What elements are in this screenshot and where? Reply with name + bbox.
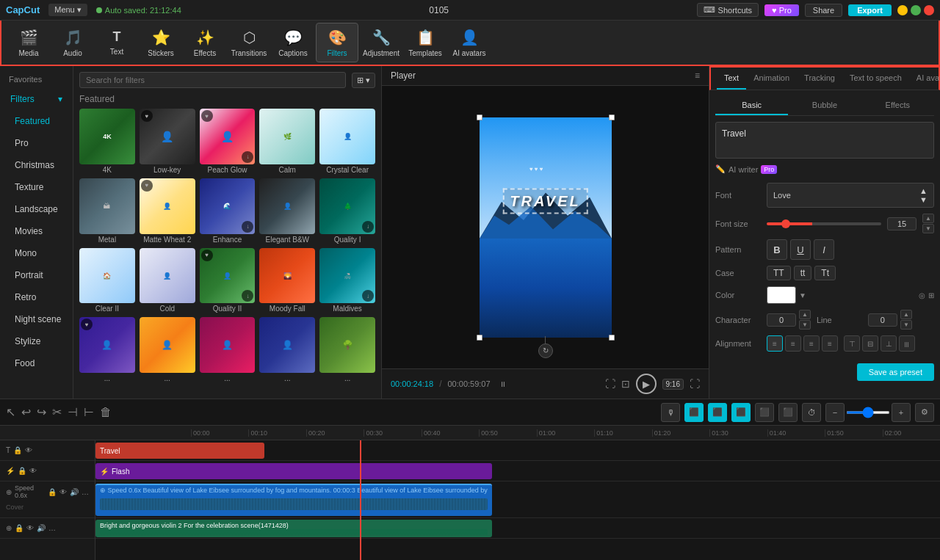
- sub-tab-bubble[interactable]: Bubble: [788, 96, 861, 115]
- tab-text-to-speech[interactable]: Text to speech: [842, 68, 909, 90]
- resize-handle-tl[interactable]: [477, 114, 482, 120]
- tool-filters[interactable]: 🎨 Filters: [316, 23, 358, 62]
- filter-search-input[interactable]: [79, 72, 346, 88]
- menu-button[interactable]: Menu ▾: [48, 4, 87, 16]
- delete-button[interactable]: 🗑: [100, 406, 112, 419]
- sidebar-item-portrait[interactable]: Portrait: [3, 266, 70, 285]
- mic-button[interactable]: 🎙: [661, 403, 680, 422]
- filter-maldives[interactable]: 🏖 ↓ Maldives: [319, 248, 375, 313]
- undo-button[interactable]: ↩: [21, 405, 31, 419]
- line-align-top[interactable]: ⊤: [844, 335, 860, 352]
- align-right[interactable]: ≡: [803, 335, 820, 352]
- resize-handle-br[interactable]: [609, 335, 615, 341]
- sidebar-item-featured[interactable]: Featured: [3, 112, 70, 131]
- font-size-input[interactable]: [887, 217, 916, 230]
- filter-row4-3[interactable]: 👤 ...: [200, 317, 256, 382]
- tool-media[interactable]: 🎬 Media: [7, 23, 50, 62]
- tl-btn-4[interactable]: ⬛: [755, 403, 774, 422]
- sidebar-item-christmas[interactable]: Christmas: [3, 156, 70, 175]
- filter-cold[interactable]: 👤 Cold: [140, 248, 195, 313]
- tool-audio[interactable]: 🎵 Audio: [51, 23, 94, 62]
- tab-animation[interactable]: Animation: [746, 68, 797, 90]
- tab-text[interactable]: Text: [717, 68, 746, 90]
- maximize-button[interactable]: [911, 5, 921, 15]
- video-clip[interactable]: ⊕ Speed 0.6x Beautiful view of Lake Eibs…: [95, 484, 492, 516]
- filter-metal[interactable]: 🏔 Metal: [79, 178, 135, 244]
- minimize-button[interactable]: [897, 5, 908, 15]
- zoom-out[interactable]: −: [825, 403, 845, 422]
- font-size-up[interactable]: ▲: [922, 214, 934, 223]
- bold-button[interactable]: B: [767, 239, 787, 260]
- tl-btn-6[interactable]: ⏱: [802, 403, 821, 422]
- filter-row4-2[interactable]: 👤 ...: [140, 317, 195, 382]
- play-button[interactable]: ▶: [636, 374, 657, 394]
- tl-btn-1[interactable]: ⬛: [684, 403, 704, 422]
- fit-button[interactable]: ⊡: [621, 378, 630, 390]
- underline-button[interactable]: U: [790, 239, 811, 260]
- shortcuts-button[interactable]: ⌨ Shortcuts: [697, 3, 759, 17]
- tool-effects[interactable]: ✨ Effects: [184, 23, 226, 62]
- tool-stickers[interactable]: ⭐ Stickers: [140, 23, 182, 62]
- case-uppercase[interactable]: TT: [767, 266, 791, 280]
- rotate-handle[interactable]: ↻: [538, 336, 553, 358]
- filter-quality1[interactable]: 🌲 ↓ Quality I: [319, 178, 375, 244]
- trim-right[interactable]: ⊢: [84, 405, 94, 419]
- filter-row4-1[interactable]: ♥ 👤 ...: [79, 317, 135, 382]
- italic-button[interactable]: I: [814, 239, 834, 260]
- travel-text-clip[interactable]: Travel: [95, 443, 264, 459]
- color-dropdown-arrow[interactable]: ▼: [799, 291, 806, 299]
- align-left[interactable]: ≡: [767, 335, 783, 352]
- filter-4k[interactable]: 4K 4K: [79, 109, 135, 174]
- case-lowercase[interactable]: tt: [794, 266, 812, 280]
- sidebar-item-filters[interactable]: Filters ▾: [3, 90, 70, 109]
- tool-adjustment[interactable]: 🔧 Adjustment: [360, 23, 402, 62]
- close-button[interactable]: [924, 5, 934, 15]
- filter-elegant[interactable]: 👤 Elegant B&W: [259, 178, 315, 244]
- tool-transitions[interactable]: ⬡ Transitions: [228, 23, 270, 62]
- sidebar-item-landscape[interactable]: Landscape: [3, 200, 70, 219]
- fullscreen-button[interactable]: ⛶: [605, 378, 615, 390]
- sub-tab-basic[interactable]: Basic: [715, 96, 788, 115]
- select-tool[interactable]: ↖: [6, 405, 15, 419]
- character-input[interactable]: [767, 313, 796, 327]
- filter-quality2[interactable]: ♥ 👤 ↓ Quality II: [200, 248, 256, 313]
- line-align-bot[interactable]: ⊥: [881, 335, 897, 352]
- filter-peach-glow[interactable]: ♥ 👤 ↓ Peach Glow: [200, 109, 256, 174]
- sub-tab-effects[interactable]: Effects: [861, 96, 934, 115]
- font-size-down[interactable]: ▼: [922, 224, 934, 233]
- tool-templates[interactable]: 📋 Templates: [404, 23, 446, 62]
- split-button[interactable]: ✂: [52, 405, 62, 419]
- filter-row4-5[interactable]: 🌳 ...: [319, 317, 375, 382]
- text-content-input[interactable]: Travel: [715, 122, 934, 159]
- color-eyedropper[interactable]: ◎: [919, 291, 925, 299]
- font-selector[interactable]: Love ▲ ▼: [767, 183, 934, 208]
- sidebar-item-movies[interactable]: Movies: [3, 222, 70, 241]
- share-button[interactable]: Share: [805, 4, 842, 17]
- sidebar-item-stylize[interactable]: Stylize: [3, 332, 70, 351]
- zoom-in[interactable]: +: [892, 403, 911, 422]
- line-down[interactable]: ▼: [900, 320, 912, 330]
- zoom-slider[interactable]: [846, 411, 890, 414]
- tl-btn-3[interactable]: ⬛: [731, 403, 751, 422]
- audio-clip[interactable]: Bright and gorgeous violin 2 For the cel…: [95, 520, 492, 537]
- filter-calm[interactable]: 🌿 Calm: [259, 109, 315, 174]
- redo-button[interactable]: ↪: [37, 405, 46, 419]
- color-advanced[interactable]: ⊞: [928, 291, 934, 299]
- line-input[interactable]: [868, 313, 897, 327]
- filter-crystal[interactable]: 👤 Crystal Clear: [319, 109, 375, 174]
- export-button[interactable]: Export: [848, 4, 892, 16]
- resize-handle-tr[interactable]: [609, 114, 615, 120]
- tl-btn-5[interactable]: ⬛: [778, 403, 798, 422]
- align-center[interactable]: ≡: [785, 335, 801, 352]
- flash-clip[interactable]: ⚡ Flash: [95, 463, 492, 479]
- trim-left[interactable]: ⊣: [68, 405, 78, 419]
- tool-captions[interactable]: 💬 Captions: [272, 23, 314, 62]
- filter-clear2[interactable]: 🏠 Clear II: [79, 248, 135, 313]
- line-align-mid[interactable]: ⊟: [862, 335, 878, 352]
- sidebar-item-night-scene[interactable]: Night scene: [3, 310, 70, 329]
- filter-enhance[interactable]: 🌊 ↓ Enhance: [200, 178, 256, 244]
- filter-row4-4[interactable]: 👤 ...: [259, 317, 315, 382]
- case-titlecase[interactable]: Tt: [814, 266, 836, 280]
- font-size-slider[interactable]: [767, 222, 881, 225]
- filter-matte-wheat[interactable]: ♥ 👤 Matte Wheat 2: [140, 178, 195, 244]
